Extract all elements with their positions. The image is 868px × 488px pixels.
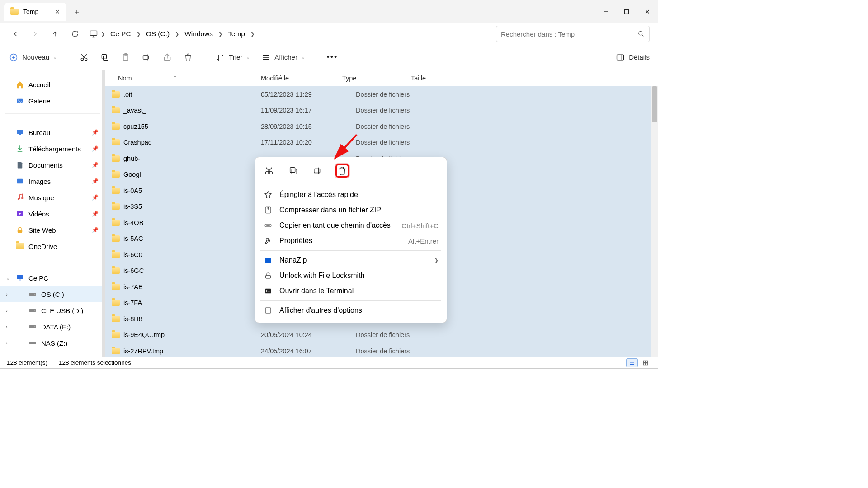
tab-temp[interactable]: Temp ✕ (4, 3, 66, 21)
chevron-right-icon[interactable]: ❯ (250, 31, 255, 37)
scrollbar-thumb[interactable] (652, 86, 657, 122)
up-button[interactable] (47, 25, 64, 42)
rename-icon[interactable] (142, 52, 151, 62)
table-row[interactable]: is-9E4QU.tmp 20/05/2024 10:24 Dossier de… (105, 327, 658, 343)
sidebar-label: DATA (E:) (41, 323, 71, 331)
folder-icon (112, 188, 120, 194)
details-toggle[interactable]: Détails (615, 52, 650, 62)
ctx-nanazip[interactable]: NanaZip ❯ (258, 253, 444, 268)
sidebar-item-drive[interactable]: ›NAS (Z:) (0, 335, 105, 351)
table-row[interactable]: _avast_ 11/09/2023 16:17 Dossier de fich… (105, 103, 658, 119)
breadcrumb[interactable]: ❯ Ce PC ❯ OS (C:) ❯ Windows ❯ Temp ❯ (89, 28, 493, 40)
col-modified[interactable]: Modifié le (258, 75, 340, 82)
new-button[interactable]: Nouveau ⌄ (9, 52, 57, 62)
file-type: Dossier de fichiers (356, 347, 410, 355)
forward-button[interactable] (27, 25, 44, 42)
sidebar-item-accueil[interactable]: Accueil (0, 76, 105, 93)
sidebar-item-cepc[interactable]: ⌄ Ce PC (0, 270, 105, 286)
sidebar-label: CLE USB (D:) (41, 307, 83, 314)
delete-icon[interactable] (335, 164, 349, 178)
ctx-zip[interactable]: Compresser dans un fichier ZIP (258, 202, 444, 218)
ctx-copypath[interactable]: Copier en tant que chemin d'accès Ctrl+S… (258, 218, 444, 233)
ctx-pin[interactable]: Épingler à l'accès rapide (258, 187, 444, 202)
sidebar-item-téléchargements[interactable]: Téléchargements📌 (0, 141, 105, 157)
scrollbar[interactable] (651, 86, 658, 357)
table-row[interactable]: .oit 05/12/2023 11:29 Dossier de fichier… (105, 86, 658, 103)
delete-icon[interactable] (183, 52, 193, 62)
grid-view-icon[interactable] (640, 358, 651, 367)
svg-point-3 (639, 32, 642, 35)
chevron-right-icon[interactable]: ❯ (175, 31, 179, 37)
download-icon (16, 145, 24, 153)
minimize-button[interactable] (595, 3, 616, 21)
sidebar-item-onedrive[interactable]: OneDrive (0, 238, 105, 254)
ctx-unlock[interactable]: Unlock with File Locksmith (258, 268, 444, 283)
file-type: Dossier de fichiers (356, 107, 410, 114)
svg-rect-17 (17, 179, 23, 184)
crumb-os[interactable]: OS (C:) (143, 28, 173, 40)
chevron-down-icon[interactable]: ⌄ (6, 275, 10, 281)
folder-icon (112, 267, 120, 274)
sort-button[interactable]: Trier ⌄ (215, 52, 250, 62)
ctx-more[interactable]: Afficher d'autres d'options (258, 303, 444, 318)
folder-icon (112, 91, 120, 98)
sidebar-item-drive[interactable]: ›OS (C:) (0, 286, 105, 302)
pin-icon: 📌 (92, 178, 99, 184)
rename-icon[interactable] (311, 164, 325, 178)
table-row[interactable]: cpuz155 28/09/2023 10:15 Dossier de fich… (105, 118, 658, 135)
folder-icon (112, 220, 120, 226)
chevron-right-icon[interactable]: › (6, 324, 8, 329)
new-tab-button[interactable]: ＋ (73, 6, 81, 17)
sidebar-item-site web[interactable]: Site Web📌 (0, 222, 105, 238)
ctx-props[interactable]: Propriétés Alt+Entrer (258, 233, 444, 249)
cut-icon[interactable] (79, 52, 89, 62)
crumb-temp[interactable]: Temp (225, 28, 248, 40)
sidebar-item-documents[interactable]: Documents📌 (0, 157, 105, 173)
sidebar-item-drive[interactable]: ›DATA (E:) (0, 319, 105, 335)
svg-point-19 (21, 197, 24, 199)
crumb-cepc[interactable]: Ce PC (108, 28, 134, 40)
sidebar-label: Téléchargements (28, 145, 81, 153)
col-type[interactable]: Type (340, 75, 408, 82)
sidebar-item-images[interactable]: Images📌 (0, 173, 105, 189)
chevron-right-icon[interactable]: › (6, 291, 8, 297)
close-window-button[interactable]: ✕ (637, 3, 658, 21)
copy-icon[interactable] (100, 52, 110, 62)
sidebar-item-vidéos[interactable]: Vidéos📌 (0, 206, 105, 222)
chevron-right-icon[interactable]: ❯ (218, 31, 222, 37)
chevron-right-icon[interactable]: ❯ (101, 31, 105, 37)
sidebar-item-drive[interactable]: ›CLE USB (D:) (0, 302, 105, 319)
file-name: ghub- (123, 155, 140, 162)
sidebar-item-galerie[interactable]: Galerie (0, 93, 105, 109)
divider (316, 51, 316, 64)
sidebar-label: OneDrive (28, 243, 57, 250)
column-headers: Nom ˄ Modifié le Type Taille (105, 70, 658, 86)
copy-icon[interactable] (287, 164, 300, 178)
col-name[interactable]: Nom ˄ (105, 75, 258, 82)
ctx-terminal[interactable]: Ouvrir dans le Terminal (258, 283, 444, 299)
more-icon[interactable]: ••• (327, 52, 337, 62)
share-icon[interactable] (162, 52, 172, 62)
maximize-button[interactable] (616, 3, 637, 21)
refresh-button[interactable] (66, 25, 84, 42)
crumb-windows[interactable]: Windows (182, 28, 216, 40)
svg-rect-41 (265, 289, 271, 294)
col-size[interactable]: Taille (408, 75, 453, 82)
cut-icon[interactable] (262, 164, 276, 178)
chevron-right-icon[interactable]: › (6, 340, 8, 346)
sidebar-label: Musique (28, 194, 54, 202)
search-input[interactable]: Rechercher dans : Temp (496, 26, 650, 42)
sidebar-item-musique[interactable]: Musique📌 (0, 189, 105, 206)
chevron-right-icon[interactable]: ❯ (137, 31, 141, 37)
table-row[interactable]: Crashpad 17/11/2023 10:20 Dossier de fic… (105, 135, 658, 151)
main: Nom ˄ Modifié le Type Taille .oit 05/12/… (105, 70, 658, 357)
chevron-right-icon[interactable]: › (6, 308, 8, 313)
sidebar-item-bureau[interactable]: Bureau📌 (0, 124, 105, 141)
wrench-icon (263, 237, 273, 245)
list-view-icon[interactable] (626, 358, 638, 367)
back-button[interactable] (7, 25, 24, 42)
table-row[interactable]: is-27RPV.tmp 24/05/2024 16:07 Dossier de… (105, 343, 658, 357)
paste-icon[interactable] (121, 52, 131, 62)
view-button[interactable]: Afficher ⌄ (261, 52, 305, 62)
close-tab-icon[interactable]: ✕ (55, 8, 60, 15)
